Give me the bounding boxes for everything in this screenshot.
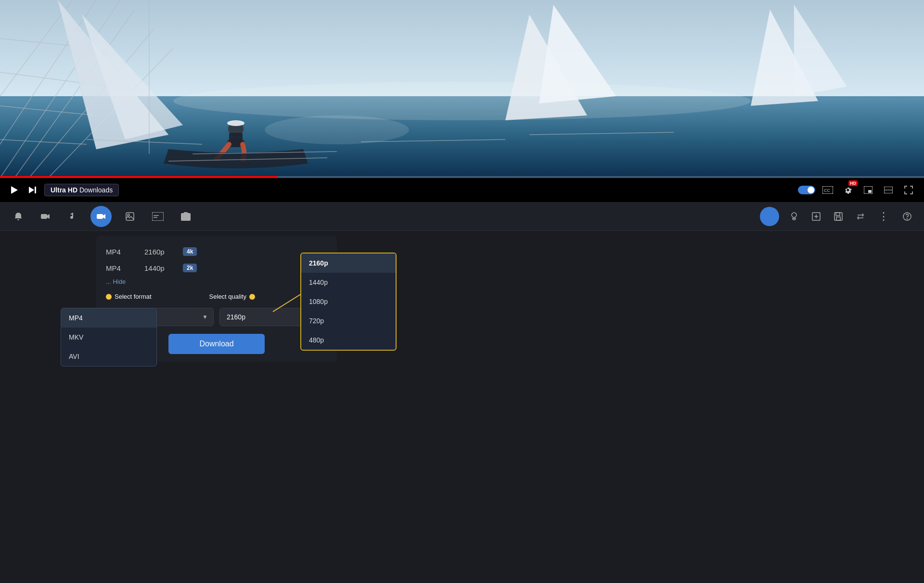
camcorder-btn[interactable] <box>37 208 54 225</box>
svg-point-55 <box>907 218 908 219</box>
svg-marker-31 <box>29 187 34 193</box>
format-option-mp4[interactable]: MP4 <box>61 308 156 328</box>
toolbar-right: ⋮ <box>760 207 914 226</box>
download-button[interactable]: Download <box>168 334 265 354</box>
hide-link[interactable]: ... Hide <box>106 276 126 287</box>
svg-marker-42 <box>103 214 105 219</box>
notification-btn[interactable] <box>10 208 27 225</box>
resize-btn[interactable] <box>809 209 823 224</box>
svg-marker-30 <box>11 186 18 194</box>
format-option-mkv[interactable]: MKV <box>61 328 156 347</box>
svg-rect-43 <box>126 213 134 220</box>
settings-button[interactable]: HD <box>840 182 856 198</box>
quality-badge-4k: 4k <box>183 247 197 256</box>
quality-row-2k: MP4 1440p 2k <box>106 260 327 276</box>
toggle-thumb <box>808 187 814 193</box>
toolbar: ⋮ <box>0 202 924 231</box>
svg-rect-53 <box>836 217 840 220</box>
save-btn[interactable] <box>831 209 846 224</box>
quality-option-480p[interactable]: 480p <box>301 330 396 350</box>
select-quality-label: Select quality <box>209 293 246 300</box>
quality-option-1440p[interactable]: 1440p <box>301 273 396 292</box>
repeat-btn[interactable] <box>853 209 868 224</box>
svg-rect-39 <box>41 214 47 219</box>
quality-row-4k: MP4 2160p 4k <box>106 243 327 260</box>
dark-mode-btn[interactable] <box>760 207 779 226</box>
theater-mode-button[interactable] <box>881 182 896 198</box>
svg-rect-52 <box>836 213 840 215</box>
svg-text:CC: CC <box>824 188 830 193</box>
video-player <box>0 0 924 178</box>
format-label-4k: MP4 <box>106 248 135 256</box>
format-dropdown: MP4 MKV AVI <box>61 308 157 367</box>
more-btn[interactable]: ⋮ <box>875 207 892 226</box>
svg-rect-45 <box>152 212 164 221</box>
svg-point-48 <box>792 213 796 217</box>
skip-button[interactable] <box>26 184 38 196</box>
res-label-4k: 2160p <box>144 248 173 256</box>
svg-point-3 <box>265 115 409 144</box>
quality-dropdown: 2160p 1440p 1080p 720p 480p <box>300 253 397 351</box>
help-btn[interactable] <box>900 209 914 224</box>
ultra-hd-badge: Ultra HD Downloads <box>44 184 119 196</box>
quality-badge-2k: 2k <box>183 264 197 272</box>
res-label-2k: 1440p <box>144 264 173 272</box>
hd-badge: HD <box>848 180 858 186</box>
miniplayer-button[interactable] <box>860 182 876 198</box>
camera-btn[interactable] <box>177 208 194 225</box>
main-content: MP4 2160p 4k MP4 1440p 2k ... Hide Selec… <box>0 231 924 583</box>
svg-rect-32 <box>35 187 36 193</box>
captions-button[interactable]: CC <box>820 182 835 198</box>
svg-point-20 <box>227 120 244 126</box>
video-btn-active[interactable] <box>90 206 112 227</box>
quality-option-1080p[interactable]: 1080p <box>301 292 396 311</box>
quality-option-720p[interactable]: 720p <box>301 311 396 330</box>
bulb-btn[interactable] <box>787 209 801 224</box>
svg-point-2 <box>173 82 751 120</box>
select-format-label-wrap: Select format <box>106 293 152 300</box>
format-label-2k: MP4 <box>106 264 135 272</box>
player-controls-bar: Ultra HD Downloads CC HD <box>0 178 924 202</box>
svg-rect-36 <box>868 190 872 193</box>
svg-rect-38 <box>885 189 892 191</box>
fullscreen-button[interactable] <box>901 182 916 198</box>
format-option-avi[interactable]: AVI <box>61 347 156 366</box>
svg-marker-40 <box>47 214 50 219</box>
ultra-hd-bold: Ultra HD <box>51 186 77 194</box>
svg-rect-41 <box>97 214 103 219</box>
svg-point-44 <box>128 214 129 216</box>
right-controls: CC HD <box>798 182 916 198</box>
quality-dot-indicator <box>249 294 255 300</box>
toggle-switch[interactable] <box>798 186 815 194</box>
select-quality-label-wrap: Select quality <box>209 293 255 300</box>
toggle-track[interactable] <box>798 186 815 194</box>
music-btn[interactable] <box>64 208 81 225</box>
play-button[interactable] <box>8 184 20 196</box>
subtitle-btn[interactable] <box>148 208 167 225</box>
ultra-hd-rest: Downloads <box>77 186 113 194</box>
quality-option-2160p[interactable]: 2160p <box>301 253 396 273</box>
scene-svg <box>0 0 924 178</box>
select-format-label: Select format <box>115 293 152 300</box>
image-btn[interactable] <box>121 208 139 225</box>
format-dot-indicator <box>106 294 112 300</box>
